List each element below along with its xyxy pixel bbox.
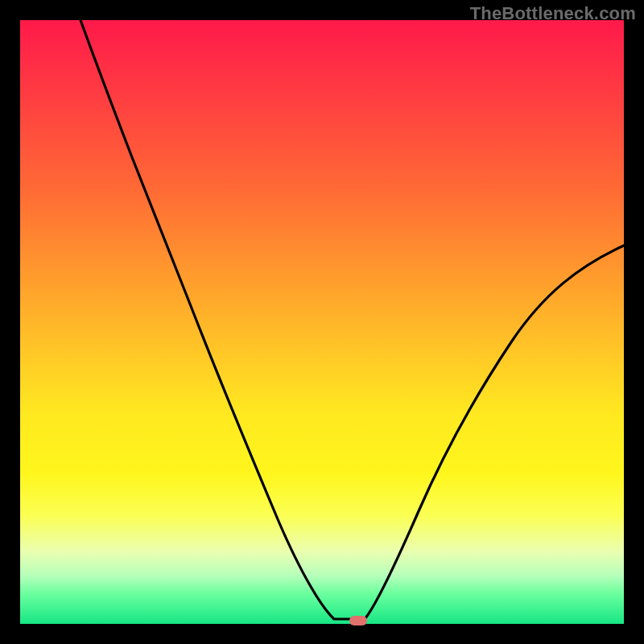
watermark-text: TheBottleneck.com [470, 3, 636, 24]
chart-container: TheBottleneck.com [0, 0, 644, 644]
curve-path [80, 20, 624, 619]
optimal-marker [349, 616, 367, 625]
plot-area [20, 20, 624, 624]
bottleneck-curve [20, 20, 624, 624]
